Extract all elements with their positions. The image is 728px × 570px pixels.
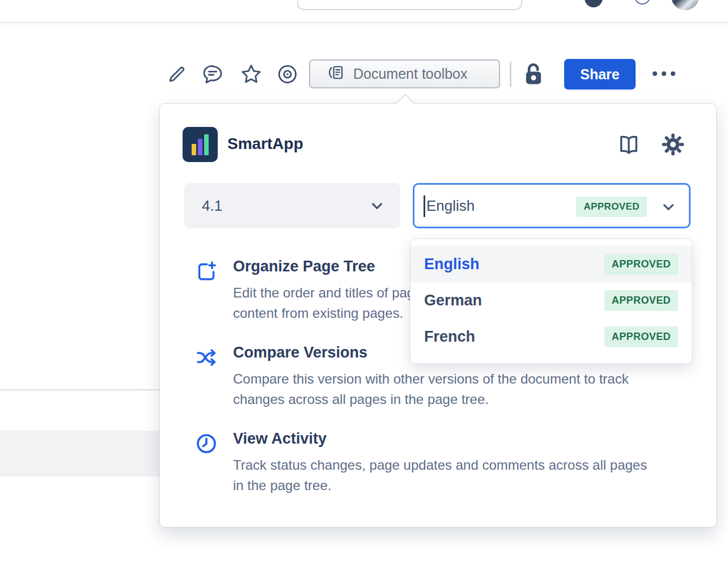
- feature-organize-page-tree[interactable]: Organize Page Tree: [233, 258, 375, 275]
- partial-icon[interactable]: [634, 0, 650, 5]
- smartapp-logo: [183, 127, 218, 162]
- compare-versions-icon: [195, 346, 218, 369]
- status-badge: APPROVED: [604, 254, 678, 275]
- feature-description-line: Compare this version with other versions…: [233, 371, 629, 387]
- organize-page-tree-icon: [195, 260, 218, 283]
- version-select-value: 4.1: [202, 197, 222, 215]
- logo-bar-purple: [198, 139, 202, 155]
- feature-description-line: changes across all pages in the page tre…: [233, 392, 489, 407]
- popup-caret: [396, 93, 415, 113]
- status-badge: APPROVED: [576, 197, 647, 217]
- toolbar-divider: [510, 62, 511, 87]
- logo-bar-green: [204, 134, 209, 155]
- language-select-value: English: [426, 197, 475, 215]
- document-toolbox-popup: SmartApp 4.1: [159, 103, 717, 528]
- text-cursor: [424, 195, 425, 217]
- watch-icon[interactable]: [276, 63, 299, 88]
- app-title: SmartApp: [227, 135, 303, 153]
- search-input[interactable]: [297, 0, 522, 10]
- more-options-icon[interactable]: [653, 71, 675, 76]
- language-option-french[interactable]: French APPROVED: [410, 318, 692, 355]
- status-badge: APPROVED: [604, 290, 678, 311]
- version-select[interactable]: 4.1: [184, 183, 400, 228]
- topbar-divider: [0, 22, 728, 23]
- language-option-english[interactable]: English APPROVED: [410, 246, 692, 282]
- feature-view-activity[interactable]: View Activity: [233, 430, 327, 448]
- feature-compare-versions[interactable]: Compare Versions: [233, 344, 367, 361]
- document-toolbox-label: Document toolbox: [353, 66, 468, 82]
- document-toolbox-icon: [329, 65, 345, 84]
- language-option-german[interactable]: German APPROVED: [410, 282, 692, 318]
- language-option-label: German: [424, 292, 482, 309]
- feature-description-line: Track status changes, page updates and c…: [233, 457, 647, 473]
- view-activity-icon: [195, 432, 218, 455]
- language-dropdown-menu: English APPROVED German APPROVED French …: [410, 239, 692, 364]
- avatar[interactable]: [585, 0, 603, 7]
- avatar[interactable]: [671, 0, 699, 10]
- status-badge: APPROVED: [604, 326, 678, 347]
- language-select[interactable]: English APPROVED: [413, 183, 691, 228]
- comment-icon[interactable]: [201, 63, 224, 88]
- share-button[interactable]: Share: [564, 59, 636, 90]
- logo-bar-yellow: [192, 144, 196, 155]
- document-toolbox-button[interactable]: Document toolbox: [309, 59, 500, 88]
- unlock-icon[interactable]: [522, 61, 545, 89]
- chevron-down-icon: [369, 197, 386, 214]
- chevron-down-icon: [660, 198, 677, 215]
- feature-description-line: content from existing pages.: [233, 305, 403, 321]
- settings-gear-icon[interactable]: [661, 133, 685, 159]
- feature-description-line: in the page tree.: [233, 478, 331, 494]
- documentation-book-icon[interactable]: [617, 133, 641, 159]
- edit-icon[interactable]: [166, 63, 188, 87]
- language-option-label: French: [424, 328, 475, 346]
- star-icon[interactable]: [240, 63, 263, 88]
- language-option-label: English: [424, 256, 480, 273]
